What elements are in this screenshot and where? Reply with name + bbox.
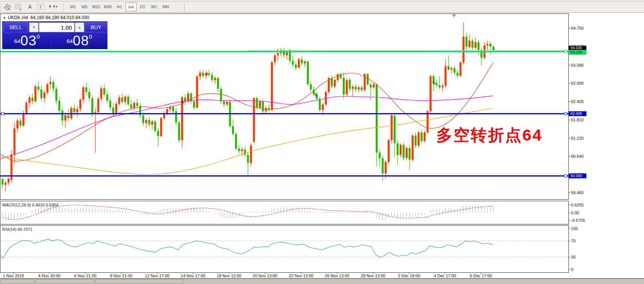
timeline-label: 4 Nov 20:00: [38, 274, 60, 278]
price-marker-64.030: 64.030: [569, 46, 586, 50]
tf-button-M30[interactable]: M30: [102, 3, 113, 11]
sell-button[interactable]: SELL: [3, 22, 28, 32]
toolbar-separator: [184, 3, 184, 12]
timeline-label: 2 Dec 16:00: [398, 274, 420, 278]
price-marker-62.000: 62.000: [569, 111, 586, 116]
timeline-label: 12 Nov 17:00: [145, 274, 169, 278]
tf-button-H1[interactable]: H1: [114, 3, 125, 11]
macd-tick: -0.5705: [571, 218, 585, 223]
volume-decrease-button[interactable]: ▼: [29, 22, 39, 32]
status-bar: [0, 278, 644, 284]
timeline-label: 22 Nov 13:00: [289, 274, 313, 278]
sell-price[interactable]: 64030: [3, 33, 51, 49]
svg-text:F: F: [20, 8, 22, 11]
timeline-label: 6 Dec 17:00: [470, 274, 492, 278]
volume-input[interactable]: [39, 22, 74, 32]
tf-button-M1[interactable]: M1: [67, 3, 79, 11]
fibo-retracement-icon[interactable]: F: [13, 2, 24, 12]
svg-text:E: E: [9, 8, 10, 11]
trade-panel: SELL ▼ ▲ BUY 64030 64080: [2, 21, 107, 49]
price-tick: 60.640: [571, 154, 584, 158]
price-marker-64.000: 64.000: [569, 50, 586, 55]
tf-button-H4[interactable]: H4: [125, 3, 137, 11]
timeline-label: 18 Nov 12:00: [217, 274, 241, 278]
tf-button-MN[interactable]: MN: [160, 3, 171, 11]
rsi-label: RSI(14) 60.7071: [2, 227, 33, 232]
price-tick: 62.990: [571, 81, 584, 85]
arrows-icon[interactable]: [46, 2, 60, 12]
buy-button[interactable]: BUY: [85, 22, 107, 32]
timeline-label: 4 Dec 17:00: [434, 274, 456, 278]
status-segment: [36, 279, 94, 284]
toolbar: E F A T M1M5M15M30H1H4D1W1MN: [0, 1, 644, 13]
chinese-annotation: 多空转折点64: [436, 124, 543, 146]
svg-text:T: T: [39, 5, 42, 9]
tf-button-M15[interactable]: M15: [91, 3, 102, 11]
rsi-tick: 30: [571, 255, 576, 259]
price-tick: 63.580: [571, 63, 584, 67]
tf-button-W1[interactable]: W1: [149, 3, 160, 11]
timeline-label: 1 Nov 2019: [3, 274, 24, 278]
text-label-icon[interactable]: T: [36, 2, 46, 12]
volume-increase-button[interactable]: ▲: [75, 22, 84, 32]
timeline-label: 28 Nov 13:00: [361, 274, 385, 278]
toolbar-grip[interactable]: [1, 4, 1, 11]
rsi-tick: 0: [571, 267, 573, 272]
price-tick: 64.750: [571, 26, 584, 30]
timeline-label: 20 Nov 13:00: [253, 274, 277, 278]
chart-title: ▲UKOil-,H4 64.160 64.190 64.010 64.030: [3, 15, 89, 20]
status-segment: [1, 279, 34, 284]
macd-panel[interactable]: [0, 201, 569, 224]
ohlc-values: 64.160 64.190 64.010 64.030: [31, 15, 89, 20]
macd-tick: 0.00: [571, 211, 579, 215]
rsi-tick: 70: [571, 239, 576, 243]
macd-label: MACD(12,26,9) 0.4910 0.5354: [2, 203, 58, 207]
price-marker-60.000: 60.000: [569, 173, 586, 178]
fibo-expansion-icon[interactable]: E: [2, 2, 13, 12]
price-tick: 61.810: [571, 118, 584, 122]
price-tick: 59.460: [571, 190, 584, 195]
timeline-label: 26 Nov 13:00: [325, 274, 349, 278]
tf-button-M5[interactable]: M5: [79, 3, 90, 11]
rsi-tick: 100: [571, 226, 578, 231]
timeline-label: 8 Nov 21:00: [110, 274, 132, 278]
macd-tick: 0.6255: [571, 203, 584, 207]
price-tick: 62.400: [571, 99, 584, 104]
collapse-icon[interactable]: ▲: [3, 16, 6, 19]
rsi-panel[interactable]: [0, 225, 569, 273]
price-tick: 61.220: [571, 136, 584, 141]
status-segment: [95, 279, 183, 284]
toolbar-grip[interactable]: [63, 4, 63, 11]
timeline-label: 6 Nov 21:00: [74, 274, 96, 278]
tf-button-D1[interactable]: D1: [137, 3, 148, 11]
timeline-label: 14 Nov 17:00: [181, 274, 205, 278]
buy-price[interactable]: 64080: [52, 33, 107, 49]
symbol-label: UKOil-,H4: [8, 15, 28, 20]
text-icon[interactable]: A: [25, 2, 35, 12]
